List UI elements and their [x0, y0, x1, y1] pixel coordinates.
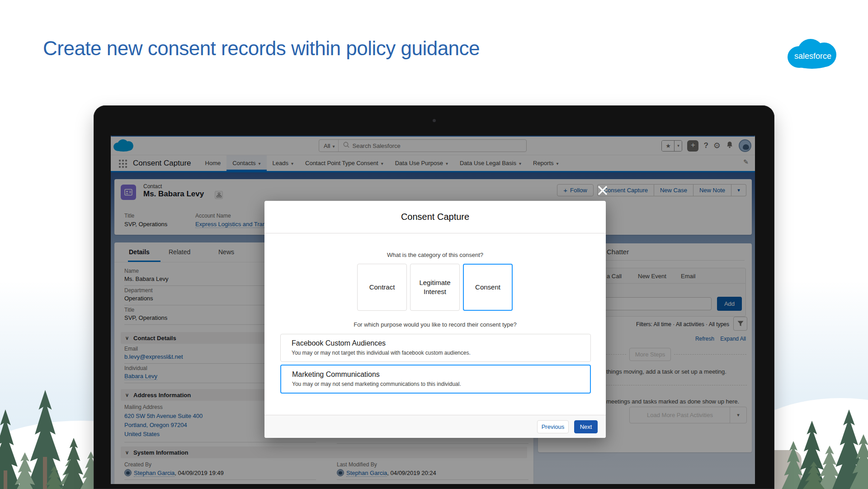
- consent-capture-modal: Consent Capture What is the category of …: [264, 201, 606, 438]
- category-option-consent[interactable]: Consent: [463, 264, 513, 311]
- purpose-option-facebook-custom-audiences[interactable]: Facebook Custom Audiences You may or may…: [280, 334, 591, 362]
- laptop-frame: All: [94, 105, 774, 489]
- next-button[interactable]: Next: [574, 420, 598, 433]
- laptop-camera: [433, 119, 436, 122]
- category-option-contract[interactable]: Contract: [357, 264, 407, 311]
- purpose-question: For which purpose would you like to reco…: [264, 321, 606, 328]
- modal-title: Consent Capture: [401, 212, 469, 222]
- page-title: Create new consent records within policy…: [43, 37, 721, 60]
- previous-button[interactable]: Previous: [537, 420, 569, 433]
- laptop-screen: All: [111, 136, 755, 484]
- close-icon[interactable]: [595, 183, 610, 198]
- category-question: What is the category of this consent?: [264, 252, 606, 258]
- salesforce-logo-text: salesforce: [792, 52, 834, 61]
- salesforce-logo: salesforce: [786, 36, 838, 73]
- category-option-legitimate-interest[interactable]: Legitimate Interest: [410, 264, 460, 311]
- purpose-option-marketing-communications[interactable]: Marketing Communications You may or may …: [280, 365, 591, 394]
